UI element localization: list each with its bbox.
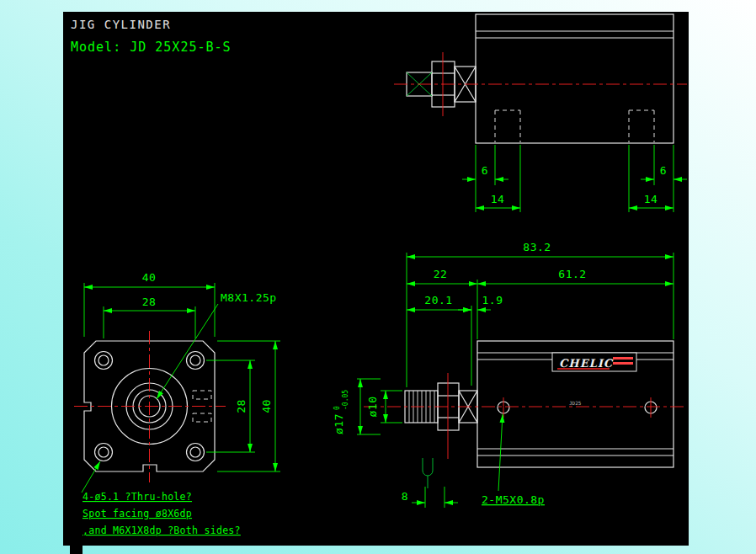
dim-wrench-flat: 8 bbox=[402, 490, 408, 503]
dim-hole-left: 14 bbox=[491, 193, 505, 205]
svg-text:ø17: ø17 bbox=[333, 413, 345, 434]
hole-note-line2: Spot facing ø8X6dp bbox=[83, 508, 192, 519]
body-stamp: JD25 bbox=[569, 400, 582, 406]
boss-tol-upper: 0 bbox=[333, 406, 341, 410]
hole-note-line3: ,and M6X1X8dp ?Both sides? bbox=[83, 525, 241, 536]
dim-body-length: 61.2 bbox=[558, 268, 586, 280]
logo-fine-print bbox=[613, 357, 633, 360]
dim-rod-length: 20.1 bbox=[424, 294, 452, 306]
logo-text: CHELIC bbox=[559, 357, 614, 370]
thread-label: M8X1.25p bbox=[221, 291, 277, 304]
dim-hole-pitch-h: 28 bbox=[142, 296, 157, 308]
dim-edge-right: 6 bbox=[660, 164, 667, 177]
drawing-title: JIG CYLINDER bbox=[71, 18, 171, 31]
window-artifact bbox=[70, 546, 83, 554]
dim-rod-dia: ø10 bbox=[366, 397, 379, 418]
logo-box: CHELIC bbox=[552, 353, 636, 371]
cad-viewport[interactable]: JIG CYLINDER Model: JD 25X25-B-S bbox=[0, 0, 756, 554]
dim-rod-section: 22 bbox=[434, 268, 448, 280]
model-label: Model: JD 25X25-B-S bbox=[71, 40, 232, 55]
dim-hole-right: 14 bbox=[644, 193, 658, 205]
logo-fine-print bbox=[613, 362, 633, 365]
boss-tol-lower: -0.05 bbox=[342, 390, 349, 410]
port-label: 2-M5X0.8p bbox=[482, 493, 545, 506]
dim-outer-width: 40 bbox=[142, 271, 157, 284]
hole-note-line1: 4-ø5.1 ?Thru-hole? bbox=[83, 491, 192, 503]
dim-hole-pitch-v: 28 bbox=[235, 399, 248, 413]
dim-overall: 83.2 bbox=[523, 241, 551, 253]
dim-spacer: 1.9 bbox=[482, 294, 503, 306]
dim-outer-height: 40 bbox=[260, 399, 273, 413]
cad-window: JIG CYLINDER Model: JD 25X25-B-S bbox=[0, 0, 756, 554]
dim-edge-left: 6 bbox=[482, 164, 488, 177]
